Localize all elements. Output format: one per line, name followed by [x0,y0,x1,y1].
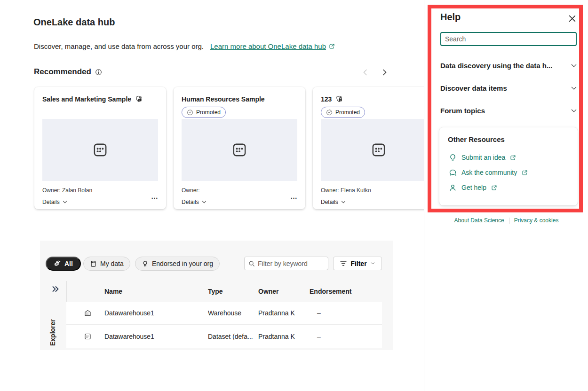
more-options-button[interactable]: … [290,194,298,199]
card-owner: Owner: Elena Kutko [321,187,437,194]
chevron-down-icon [371,262,375,265]
shield-lock-icon [135,95,143,103]
chevron-down-icon [571,63,577,68]
external-link-icon [329,43,335,49]
external-link-icon [491,185,497,191]
filter-tab-endorsed[interactable]: Endorsed in your org [135,257,220,271]
help-section-data-discovery[interactable]: Data discovery using the data h... [440,60,577,71]
row-owner: Pradtanna K [258,333,295,340]
get-help-link[interactable]: Get help [449,182,497,193]
explorer-pane-label[interactable]: Explorer [49,299,56,346]
promoted-badge: Promoted [321,107,365,118]
card-details-toggle[interactable]: Details [182,199,207,205]
card-details-toggle[interactable]: Details [321,199,346,205]
recommended-cards: Sales and Marketing Sample [34,87,445,209]
help-search-box [440,32,577,46]
other-resources-title: Other Resources [448,135,505,143]
more-options-button[interactable]: … [151,194,159,199]
table-header-divider [78,301,382,301]
filter-icon [340,261,347,266]
info-icon[interactable] [95,69,102,76]
column-header-owner[interactable]: Owner [258,288,279,295]
card-thumbnail [42,119,158,181]
card-details-toggle[interactable]: Details [42,199,67,205]
carousel-prev-button[interactable] [359,66,371,78]
filter-dropdown-button[interactable]: Filter [333,257,382,270]
help-section-discover-data-items[interactable]: Discover data items [440,82,577,94]
chevron-down-icon [341,200,346,204]
double-chevron-right-icon [52,286,59,292]
card-title: 123 [321,94,332,104]
help-panel: Help Data discovery using the data h... … [424,0,588,391]
card-sales-and-marketing[interactable]: Sales and Marketing Sample [34,87,166,209]
card-thumbnail [321,119,437,181]
carousel-next-button[interactable] [379,66,391,78]
filter-tab-my-data[interactable]: My data [83,257,130,271]
column-header-type[interactable]: Type [208,288,223,295]
chevron-down-icon [571,109,577,113]
recommended-title: Recommended [34,67,91,77]
table-row[interactable]: Datawarehouse1 Warehouse Pradtanna K – [66,302,382,325]
table-row[interactable]: Datawarehouse1 Dataset (defa... Pradtann… [66,325,382,348]
warehouse-icon [84,309,92,317]
stack-icon [54,260,61,267]
column-header-name[interactable]: Name [104,288,122,295]
keyword-filter-box [244,257,328,270]
row-type: Warehouse [208,309,241,317]
card-human-resources[interactable]: Human Resources Sample Promoted [174,87,305,209]
dataset-icon [370,141,387,158]
chevron-down-icon [63,200,67,204]
dataset-icon [84,333,92,341]
card-thumbnail [182,119,297,181]
help-panel-title: Help [440,12,461,23]
database-icon [90,260,97,267]
chat-icon [449,169,457,177]
help-search-input[interactable] [445,35,572,43]
help-section-forum-topics[interactable]: Forum topics [440,105,577,116]
card-title: Human Resources Sample [182,94,265,104]
card-owner: Owner: Zalan Bolan [42,187,158,194]
page-title: OneLake data hub [33,17,115,28]
card-owner: Owner: [182,187,297,194]
external-link-icon [522,170,528,176]
row-type: Dataset (defa... [208,333,253,340]
about-link[interactable]: About Data Science [454,217,504,224]
search-icon [248,260,255,267]
chevron-down-icon [202,200,207,204]
learn-more-link[interactable]: Learn more about OneLake data hub [210,42,335,50]
medal-icon [142,260,149,267]
footer-divider [509,218,509,224]
row-name: Datawarehouse1 [104,333,154,340]
dataset-icon [92,141,109,158]
submit-an-idea-link[interactable]: Submit an idea [449,152,516,163]
external-link-icon [510,155,516,161]
help-footer-links: About Data SciencePrivacy & cookies [424,217,588,224]
person-icon [449,184,457,192]
rosette-icon [187,109,193,116]
row-name: Datawarehouse1 [104,309,154,317]
card-title: Sales and Marketing Sample [42,94,131,104]
chevron-down-icon [571,86,577,90]
ask-the-community-link[interactable]: Ask the community [449,167,528,178]
shield-lock-icon [335,95,343,103]
row-owner: Pradtanna K [258,309,295,317]
rosette-icon [326,109,333,116]
other-resources-card: Other Resources Submit an idea Ask the c… [439,127,578,205]
filter-tab-all[interactable]: All [46,257,81,271]
keyword-filter-input[interactable] [258,260,319,267]
lightbulb-icon [449,154,457,162]
row-endorsement: – [317,309,321,317]
page-subtitle: Discover, manage, and use data from acro… [34,42,204,50]
promoted-badge: Promoted [182,107,226,118]
row-endorsement: – [317,333,321,340]
close-icon[interactable] [567,13,577,23]
expand-explorer-button[interactable] [52,286,59,292]
column-header-endorsement[interactable]: Endorsement [310,288,351,295]
dataset-icon [231,141,248,158]
privacy-cookies-link[interactable]: Privacy & cookies [514,217,559,224]
